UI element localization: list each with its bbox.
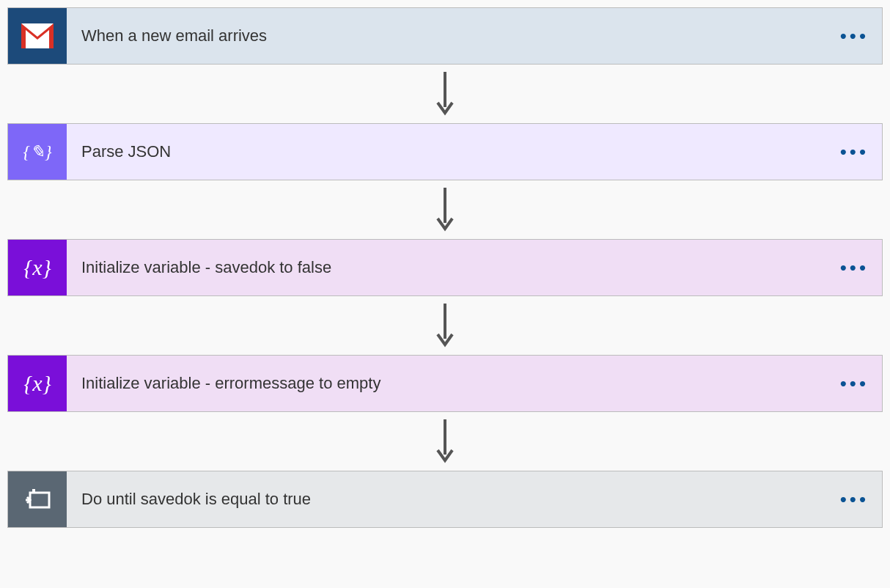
step-menu-button[interactable]: ••• xyxy=(840,142,869,161)
step-title: Parse JSON xyxy=(81,142,171,161)
flow-arrow xyxy=(7,180,883,239)
flow-arrow xyxy=(7,65,883,123)
step-body: Parse JSON ••• xyxy=(67,124,882,180)
step-title: Initialize variable - savedok to false xyxy=(81,258,331,277)
parse-json-icon: {✎} xyxy=(8,124,67,180)
step-title: Do until savedok is equal to true xyxy=(81,490,311,509)
loop-icon xyxy=(8,471,67,527)
step-body: Do until savedok is equal to true ••• xyxy=(67,471,882,527)
step-body: Initialize variable - errormessage to em… xyxy=(67,356,882,411)
step-parse-json[interactable]: {✎} Parse JSON ••• xyxy=(7,123,883,180)
step-body: When a new email arrives ••• xyxy=(67,8,882,64)
svg-rect-0 xyxy=(21,23,54,48)
step-do-until[interactable]: Do until savedok is equal to true ••• xyxy=(7,471,883,528)
gmail-icon xyxy=(8,8,67,64)
svg-rect-9 xyxy=(32,489,35,492)
variable-icon: {x} xyxy=(8,356,67,411)
variable-icon: {x} xyxy=(8,240,67,295)
step-menu-button[interactable]: ••• xyxy=(840,374,869,393)
step-title: When a new email arrives xyxy=(81,26,267,45)
step-init-var-savedok[interactable]: {x} Initialize variable - savedok to fal… xyxy=(7,239,883,296)
step-init-var-errormessage[interactable]: {x} Initialize variable - errormessage t… xyxy=(7,355,883,412)
step-title: Initialize variable - errormessage to em… xyxy=(81,374,380,393)
step-menu-button[interactable]: ••• xyxy=(840,490,869,509)
flow-canvas: When a new email arrives ••• {✎} Parse J… xyxy=(7,7,883,528)
svg-rect-8 xyxy=(30,493,49,507)
flow-arrow xyxy=(7,296,883,355)
step-body: Initialize variable - savedok to false •… xyxy=(67,240,882,295)
step-menu-button[interactable]: ••• xyxy=(840,258,869,277)
step-menu-button[interactable]: ••• xyxy=(840,26,869,45)
flow-arrow xyxy=(7,412,883,471)
step-trigger-email[interactable]: When a new email arrives ••• xyxy=(7,7,883,65)
